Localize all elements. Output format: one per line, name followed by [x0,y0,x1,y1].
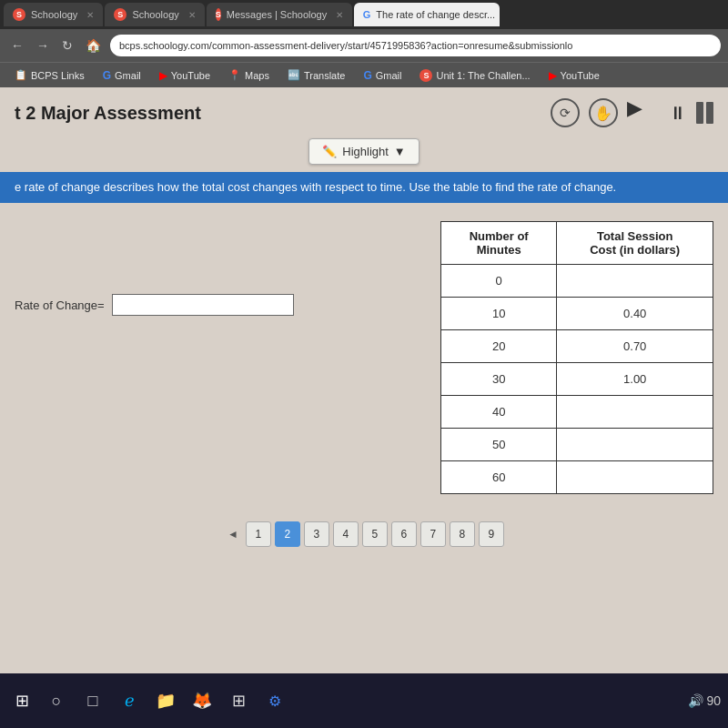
prev-page-button[interactable]: ◄ [224,524,242,544]
taskbar-files[interactable]: 📁 [149,684,182,717]
tab-label-2: Schoology [132,9,178,20]
cell-cost-3: 1.00 [557,363,713,396]
home-button[interactable]: 🏠 [82,36,105,55]
bookmark-youtube-1[interactable]: ▶ YouTube [152,67,217,84]
bookmark-maps[interactable]: 📍 Maps [221,67,277,83]
bookmark-translate[interactable]: 🔤 Translate [280,67,352,83]
rate-of-change-row: Rate of Change= [15,294,422,316]
bookmark-youtube-2[interactable]: ▶ YouTube [541,67,607,84]
taskbar-app1[interactable]: ⊞ [222,684,255,717]
tab-close-3[interactable]: ✕ [336,10,343,20]
back-button[interactable]: ← [7,36,27,55]
bookmark-gmail-2[interactable]: G Gmail [356,67,409,84]
col-header-cost: Total SessionCost (in dollars) [557,222,713,265]
bookmark-label-yt2: YouTube [561,70,600,81]
address-input[interactable] [110,35,721,56]
tab-label-3: Messages | Schoology [227,9,327,20]
pause-button[interactable]: ⏸ [669,103,687,124]
taskbar-multitask[interactable]: □ [76,684,109,717]
system-tray: 🔊 90 [688,693,721,708]
start-button[interactable]: ⊞ [7,686,36,715]
schoology-favicon-2: S [114,8,126,21]
bookmark-label-yt1: YouTube [171,70,210,81]
table-row: 301.00 [441,363,713,396]
bookmark-label-gmail2: Gmail [376,70,402,81]
page-btn-9[interactable]: 9 [479,521,504,547]
page-header: t 2 Major Assessment ⟳ ✋ ▶ ⏸ [0,87,728,135]
highlight-toolbar: ✏️ Highlight ▼ [0,135,728,172]
page-title: t 2 Major Assessment [15,103,201,124]
bookmark-label-gmail1: Gmail [115,70,141,81]
reload-button[interactable]: ↻ [58,36,76,55]
col-header-minutes: Number ofMinutes [441,222,557,265]
cell-cost-2: 0.70 [557,330,713,363]
bookmark-bcps-links[interactable]: 📋 BCPS Links [7,67,92,83]
cell-minutes-0: 0 [441,265,557,298]
google-icon-2: G [363,69,371,82]
schoology-favicon-3: S [216,8,221,21]
schoology-favicon-1: S [13,8,25,21]
cell-minutes-6: 60 [441,461,557,494]
tab-close-2[interactable]: ✕ [188,10,196,20]
tab-rate-of-change[interactable]: G The rate of change descr... ✕ [354,3,500,26]
taskbar-search[interactable]: ○ [40,684,73,717]
cell-cost-6 [557,461,713,494]
bookmark-label-translate: Translate [304,70,345,81]
forward-button[interactable]: → [33,36,53,55]
cell-minutes-3: 30 [441,363,557,396]
left-section: Rate of Change= [15,221,422,494]
google-favicon-4: G [363,8,371,21]
page-btn-7[interactable]: 7 [420,521,446,547]
column-icons [696,102,713,124]
data-table: Number ofMinutes Total SessionCost (in d… [440,221,713,494]
table-row: 50 [441,429,713,461]
taskbar-firefox[interactable]: 🦊 [186,684,218,717]
cell-minutes-5: 50 [441,429,557,461]
taskbar: ⊞ ○ □ ℯ 📁 🦊 ⊞ ⚙ 🔊 90 [0,673,728,728]
highlight-button[interactable]: ✏️ Highlight ▼ [308,138,419,165]
table-row: 200.70 [441,330,713,363]
pencil-icon: ✏️ [322,145,337,158]
highlight-label: Highlight [342,145,389,158]
address-bar: ← → ↻ 🏠 [0,29,728,62]
table-row: 0 [441,265,713,298]
page-btn-3[interactable]: 3 [304,521,329,547]
page-btn-8[interactable]: 8 [450,521,475,547]
page-btn-1[interactable]: 1 [246,521,271,547]
instruction-text: e rate of change describes how the total… [15,180,616,194]
cell-minutes-2: 20 [441,330,557,363]
schoology-favicon-bm: S [420,69,432,82]
translate-icon: 🔤 [288,69,300,81]
page-btn-6[interactable]: 6 [391,521,417,547]
table-row: 60 [441,461,713,494]
tab-schoology-1[interactable]: S Schoology ✕ [4,3,103,26]
circle-arrow-button[interactable]: ⟳ [551,98,580,127]
taskbar-edge[interactable]: ℯ [113,684,146,717]
bookmarks-bar: 📋 BCPS Links G Gmail ▶ YouTube 📍 Maps 🔤 … [0,62,728,87]
page-btn-2[interactable]: 2 [275,521,300,547]
page-btn-4[interactable]: 4 [333,521,359,547]
table-section: Number ofMinutes Total SessionCost (in d… [440,221,713,494]
tab-messages[interactable]: S Messages | Schoology ✕ [207,3,352,26]
instruction-bar: e rate of change describes how the total… [0,172,728,203]
page-btn-5[interactable]: 5 [362,521,388,547]
bookmark-gmail-1[interactable]: G Gmail [96,67,148,84]
youtube-icon-1: ▶ [159,69,167,82]
bookmark-unit1[interactable]: S Unit 1: The Challen... [412,67,537,84]
hand-button[interactable]: ✋ [589,98,618,127]
tab-schoology-2[interactable]: S Schoology ✕ [105,3,204,26]
rate-of-change-label-text: Rate of Change= [15,298,105,312]
rate-of-change-input[interactable] [112,294,294,316]
browser-chrome: S Schoology ✕ S Schoology ✕ S Messages |… [0,0,728,87]
cell-minutes-4: 40 [441,396,557,429]
table-row: 100.40 [441,298,713,330]
tab-bar: S Schoology ✕ S Schoology ✕ S Messages |… [0,0,728,29]
cell-cost-5 [557,429,713,461]
pagination: ◄ 1 2 3 4 5 6 7 8 9 [0,512,728,556]
taskbar-chrome[interactable]: ⚙ [258,684,291,717]
play-button[interactable]: ▶ [627,96,660,129]
google-icon-1: G [103,69,111,82]
youtube-icon-2: ▶ [549,69,557,82]
bookmark-label-maps: Maps [245,70,269,81]
tab-close-1[interactable]: ✕ [86,10,94,20]
